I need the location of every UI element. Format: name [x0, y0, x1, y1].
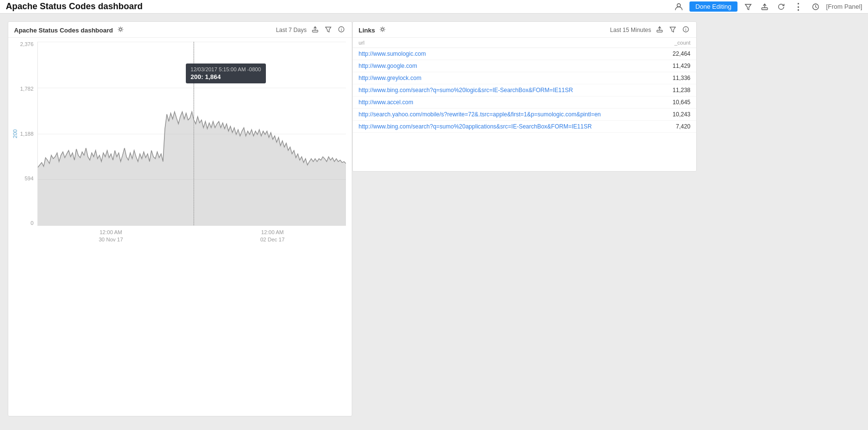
page-title: Apache Status Codes dashboard: [6, 1, 143, 12]
export-icon: [761, 3, 769, 11]
info-icon-links: i: [683, 26, 689, 32]
user-icon: [675, 3, 683, 11]
svg-rect-4: [312, 30, 318, 32]
chart-time-range: Last 7 Days: [276, 27, 307, 33]
svg-rect-1: [762, 8, 768, 10]
url-link[interactable]: http://www.sumologic.com: [359, 50, 426, 57]
from-panel-label: [From Panel]: [826, 3, 862, 10]
chart-panel-title-area: Apache Status Codes dashboard: [14, 26, 125, 34]
refresh-icon-btn[interactable]: [775, 2, 787, 12]
links-time-range: Last 15 Minutes: [610, 27, 651, 33]
links-table: url _count http://www.sumologic.com22,46…: [353, 38, 696, 133]
filter-icon-chart: [325, 26, 331, 32]
gear-icon-links: [379, 26, 386, 32]
col-count: _count: [660, 38, 696, 48]
x-label-1: 12:00 AM02 Dec 17: [260, 229, 284, 244]
links-table-head: url _count: [353, 38, 696, 48]
count-cell: 10,243: [660, 109, 696, 121]
chart-settings-btn[interactable]: [116, 26, 125, 34]
links-table-row: http://www.sumologic.com22,464: [353, 48, 696, 60]
url-cell: http://search.yahoo.com/mobile/s?rewrite…: [353, 109, 660, 121]
export-icon-btn[interactable]: [759, 2, 770, 12]
y-label-0: 2,376: [9, 42, 33, 47]
svg-rect-9: [657, 30, 662, 32]
links-info-btn[interactable]: i: [681, 26, 690, 34]
svg-point-8: [381, 28, 384, 31]
gear-icon: [117, 26, 124, 32]
url-cell: http://www.bing.com/search?q=sumo%20logi…: [353, 84, 660, 96]
chart-inner: 12/03/2017 5:15:00 AM -0800 200: 1,864: [37, 42, 346, 226]
chart-panel-controls: Last 7 Days i: [276, 26, 346, 34]
links-table-row: http://www.google.com11,429: [353, 60, 696, 72]
links-settings-btn[interactable]: [378, 26, 387, 34]
chart-export-btn[interactable]: [311, 26, 320, 34]
links-table-row: http://www.bing.com/search?q=sumo%20appl…: [353, 121, 696, 133]
links-filter-btn[interactable]: [668, 26, 677, 34]
more-options-btn[interactable]: ⋮: [792, 0, 805, 13]
links-export-btn[interactable]: [655, 26, 664, 34]
chart-panel: Apache Status Codes dashboard Last 7 Day…: [8, 21, 352, 416]
url-cell: http://www.sumologic.com: [353, 48, 660, 60]
svg-text:i: i: [341, 27, 342, 32]
url-link[interactable]: http://www.accel.com: [359, 99, 413, 106]
clock-icon: [812, 3, 819, 11]
series-label-200: 200: [12, 129, 18, 138]
links-table-row: http://search.yahoo.com/mobile/s?rewrite…: [353, 109, 696, 121]
count-cell: 10,645: [660, 96, 696, 109]
links-panel-controls: Last 15 Minutes i: [610, 26, 690, 34]
y-label-3: 594: [9, 176, 33, 181]
main-content: Apache Status Codes dashboard Last 7 Day…: [0, 14, 868, 430]
svg-point-3: [119, 28, 122, 31]
x-label-0: 12:00 AM30 Nov 17: [98, 229, 123, 244]
filter-icon: [744, 3, 752, 11]
chart-filter-btn[interactable]: [324, 26, 333, 34]
right-empty-area: [697, 21, 860, 422]
url-link[interactable]: http://www.bing.com/search?q=sumo%20logi…: [359, 87, 573, 94]
links-panel-title: Links: [359, 27, 375, 34]
url-cell: http://www.google.com: [353, 60, 660, 72]
url-cell: http://www.greylock.com: [353, 72, 660, 84]
svg-text:i: i: [686, 27, 687, 32]
filter-icon-btn[interactable]: [742, 2, 754, 12]
clock-icon-btn[interactable]: [810, 2, 821, 12]
url-cell: http://www.accel.com: [353, 96, 660, 109]
links-table-wrapper: url _count http://www.sumologic.com22,46…: [353, 38, 696, 133]
x-axis-labels: 12:00 AM30 Nov 17 12:00 AM02 Dec 17: [37, 226, 346, 244]
url-link[interactable]: http://search.yahoo.com/mobile/s?rewrite…: [359, 111, 601, 118]
col-url: url: [353, 38, 660, 48]
export-icon-links: [656, 26, 663, 32]
refresh-icon: [777, 3, 785, 11]
links-table-row: http://www.accel.com10,645: [353, 96, 696, 109]
user-icon-btn[interactable]: [673, 2, 685, 12]
url-link[interactable]: http://www.greylock.com: [359, 75, 421, 81]
count-cell: 11,238: [660, 84, 696, 96]
chart-waveform: [38, 42, 346, 225]
links-table-row: http://www.greylock.com11,336: [353, 72, 696, 84]
top-right-controls: Done Editing ⋮ [From Panel]: [673, 0, 862, 13]
url-link[interactable]: http://www.bing.com/search?q=sumo%20appl…: [359, 123, 592, 130]
export-icon-chart: [312, 26, 318, 32]
url-cell: http://www.bing.com/search?q=sumo%20appl…: [353, 121, 660, 133]
links-panel-header: Links Last 15 Minutes i: [353, 22, 696, 38]
done-editing-button[interactable]: Done Editing: [689, 1, 737, 12]
links-table-row: http://www.bing.com/search?q=sumo%20logi…: [353, 84, 696, 96]
chart-panel-title: Apache Status Codes dashboard: [14, 27, 113, 34]
filter-icon-links: [670, 26, 676, 32]
chart-info-btn[interactable]: i: [337, 26, 346, 34]
links-table-body: http://www.sumologic.com22,464http://www…: [353, 48, 696, 133]
count-cell: 11,336: [660, 72, 696, 84]
count-cell: 11,429: [660, 60, 696, 72]
info-icon-chart: i: [338, 26, 344, 32]
chart-container: 2,376 1,782 1,188 594 0 200: [8, 38, 352, 241]
y-label-4: 0: [9, 221, 33, 226]
count-cell: 7,420: [660, 121, 696, 133]
top-header: Apache Status Codes dashboard Done Editi…: [0, 0, 868, 14]
svg-marker-7: [38, 112, 346, 225]
links-panel-title-area: Links: [359, 26, 387, 34]
count-cell: 22,464: [660, 48, 696, 60]
y-label-1: 1,782: [9, 86, 33, 92]
page-title-area: Apache Status Codes dashboard: [6, 1, 143, 12]
url-link[interactable]: http://www.google.com: [359, 63, 417, 69]
links-panel: Links Last 15 Minutes i: [352, 21, 697, 172]
chart-panel-header: Apache Status Codes dashboard Last 7 Day…: [8, 22, 352, 38]
